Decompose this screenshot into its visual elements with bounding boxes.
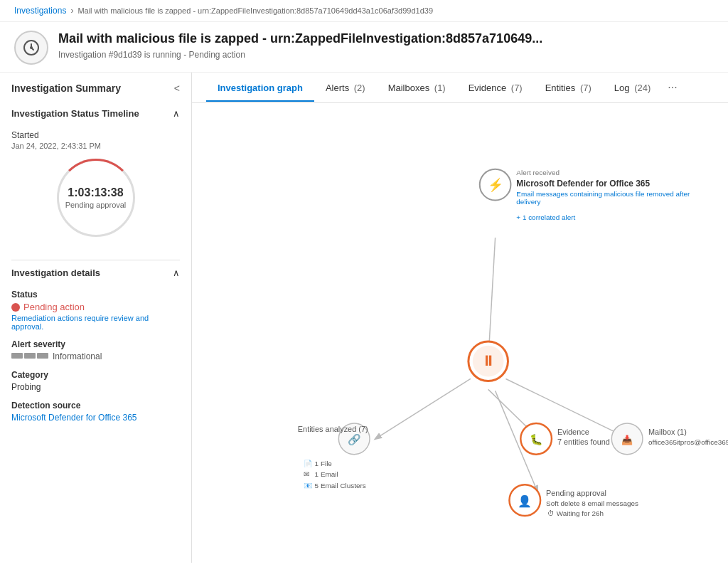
tab-log[interactable]: Log (24)	[603, 74, 662, 102]
email-icon: ✉	[304, 470, 309, 478]
severity-value: Informational	[53, 351, 102, 361]
alert-node[interactable]: ⚡ Alert received Microsoft Defender for …	[480, 169, 690, 221]
evidence-label: Evidence	[557, 428, 589, 436]
tab-evidence[interactable]: Evidence (7)	[457, 74, 534, 102]
timer-label: Pending approval	[65, 201, 127, 209]
file-count: 1 File	[315, 460, 333, 467]
pending-node[interactable]: 👤 Pending approval Soft delete 8 email m…	[509, 484, 638, 517]
timeline-content: Started Jan 24, 2022, 2:43:31 PM 1:03:13…	[0, 125, 191, 260]
svg-text:⏸: ⏸	[481, 353, 496, 369]
timeline-section: Investigation Status Timeline ∧ Started …	[0, 101, 191, 260]
detection-label: Detection source	[11, 401, 180, 411]
sidebar: Investigation Summary < Investigation St…	[0, 73, 192, 563]
header-text: Mail with malicious file is zapped - urn…	[58, 31, 542, 60]
breadcrumb: Investigations › Mail with malicious fil…	[0, 0, 728, 22]
category-item: Category Probing	[11, 370, 180, 392]
tab-entities-label: Entities	[545, 83, 576, 93]
remediation-note: Remediation actions require review and a…	[11, 314, 180, 331]
severity-block-2	[24, 353, 36, 359]
tab-investigation-graph[interactable]: Investigation graph	[206, 74, 314, 102]
detection-item: Detection source Microsoft Defender for …	[11, 401, 180, 423]
tabs-bar: Investigation graph Alerts (2) Mailboxes…	[192, 73, 728, 103]
pending-label: Pending approval	[546, 489, 606, 497]
mailbox-email: office365itpros@office365itpros.com	[648, 438, 728, 446]
tab-log-badge: (24)	[634, 83, 651, 93]
breadcrumb-root[interactable]: Investigations	[14, 6, 66, 16]
category-label: Category	[11, 370, 180, 380]
timeline-collapse-icon: ∧	[173, 108, 180, 119]
tab-mailboxes-label: Mailboxes	[388, 83, 430, 93]
investigation-icon	[14, 31, 48, 65]
investigation-status: Investigation #9d1d39 is running - Pendi…	[58, 50, 542, 60]
svg-text:🔗: 🔗	[348, 433, 361, 446]
detection-value: Microsoft Defender for Office 365	[11, 413, 180, 423]
breadcrumb-separator: ›	[70, 6, 73, 16]
tab-alerts-label: Alerts	[326, 83, 349, 93]
timeline-section-header[interactable]: Investigation Status Timeline ∧	[0, 101, 191, 125]
details-content: Status Pending action Remediation action…	[0, 284, 191, 443]
pending-sub: Soft delete 8 email messages	[546, 499, 638, 507]
category-value: Probing	[11, 382, 180, 392]
tab-entities-badge: (7)	[580, 83, 592, 93]
status-value: Pending action	[11, 302, 180, 312]
alert-title-text: Microsoft Defender for Office 365	[516, 179, 650, 189]
tab-entities[interactable]: Entities (7)	[534, 74, 603, 102]
severity-item: Alert severity Informational	[11, 339, 180, 361]
severity-label: Alert severity	[11, 339, 180, 349]
investigation-graph: ⚡ Alert received Microsoft Defender for …	[192, 103, 728, 563]
alert-desc-line2: delivery	[516, 198, 540, 206]
tab-alerts[interactable]: Alerts (2)	[314, 74, 377, 102]
svg-text:📥: 📥	[621, 435, 633, 446]
page-title: Mail with malicious file is zapped - urn…	[58, 31, 542, 47]
alert-label-text: Alert received	[516, 169, 560, 176]
tab-evidence-label: Evidence	[469, 83, 506, 93]
tab-more-button[interactable]: ···	[662, 73, 682, 102]
alert-desc-line1: Email messages containing malicious file…	[516, 190, 690, 198]
severity-block-3	[37, 353, 48, 359]
cluster-icon: 📧	[304, 481, 313, 490]
sidebar-header: Investigation Summary <	[0, 73, 191, 101]
status-icon	[11, 303, 20, 312]
severity-block-1	[11, 353, 23, 359]
evidence-sub: 7 entities found	[557, 438, 610, 446]
entities-node[interactable]: 🔗 Entities analyzed (7) 📄 1 File ✉ 1 Ema…	[298, 423, 370, 490]
timeline-section-title: Investigation Status Timeline	[11, 108, 139, 119]
sidebar-title: Investigation Summary	[11, 83, 121, 94]
details-section-header[interactable]: Investigation details ∧	[0, 260, 191, 284]
severity-row: Informational	[11, 351, 180, 361]
graph-svg: ⚡ Alert received Microsoft Defender for …	[192, 103, 728, 563]
tab-mailboxes-badge: (1)	[434, 83, 446, 93]
details-collapse-icon: ∧	[173, 268, 180, 278]
status-item: Status Pending action Remediation action…	[11, 290, 180, 331]
cluster-count: 5 Email Clusters	[315, 482, 366, 489]
file-icon: 📄	[304, 459, 313, 468]
svg-text:⚡: ⚡	[488, 177, 504, 193]
breadcrumb-current: Mail with malicious file is zapped - urn…	[77, 6, 433, 15]
page-header: Mail with malicious file is zapped - urn…	[0, 22, 728, 73]
started-date: Jan 24, 2022, 2:43:31 PM	[11, 142, 180, 150]
tab-log-label: Log	[614, 83, 630, 93]
tab-alerts-badge: (2)	[354, 83, 365, 93]
tab-mailboxes[interactable]: Mailboxes (1)	[377, 74, 457, 102]
svg-text:🐛: 🐛	[530, 433, 543, 446]
started-label: Started	[11, 130, 180, 140]
tab-investigation-graph-label: Investigation graph	[218, 83, 303, 93]
svg-text:👤: 👤	[518, 494, 532, 508]
evidence-node[interactable]: 🐛 Evidence 7 entities found	[520, 423, 610, 455]
timer-value: 1:03:13:38	[68, 186, 123, 199]
timer-container: 1:03:13:38 Pending approval	[11, 159, 180, 237]
mailbox-label: Mailbox (1)	[648, 428, 687, 436]
details-section: Investigation details ∧ Status Pending a…	[0, 260, 191, 443]
status-text: Pending action	[23, 302, 85, 312]
line-center-entities	[375, 378, 471, 438]
entities-label: Entities analyzed (7)	[298, 425, 368, 433]
tab-evidence-badge: (7)	[511, 83, 523, 93]
correlated-alert-text[interactable]: + 1 correlated alert	[516, 213, 575, 221]
email-count: 1 Email	[315, 470, 338, 478]
sidebar-collapse-button[interactable]: <	[174, 83, 180, 94]
mailbox-node[interactable]: 📥 Mailbox (1) office365itpros@office365i…	[611, 423, 728, 455]
timer-circle: 1:03:13:38 Pending approval	[57, 159, 135, 237]
svg-point-1	[30, 46, 33, 49]
center-node[interactable]: ⏸	[469, 341, 508, 381]
severity-bar	[11, 353, 48, 359]
